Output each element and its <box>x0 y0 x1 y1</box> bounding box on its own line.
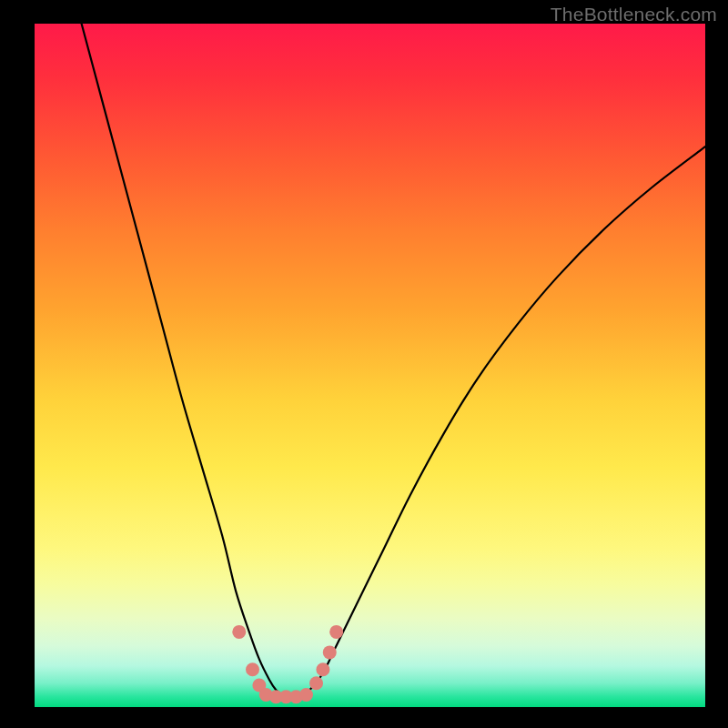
valley-dot <box>329 625 343 639</box>
valley-dot <box>323 645 337 659</box>
valley-dot <box>316 662 329 676</box>
bottleneck-curve <box>82 24 705 697</box>
watermark-text: TheBottleneck.com <box>551 4 717 25</box>
chart-frame: TheBottleneck.com <box>0 0 728 728</box>
valley-dots <box>232 625 343 703</box>
valley-dot <box>309 676 323 690</box>
plot-area <box>35 24 705 707</box>
chart-svg <box>35 24 705 707</box>
valley-dot <box>246 662 259 676</box>
valley-dot <box>299 688 313 702</box>
valley-dot <box>232 625 246 639</box>
